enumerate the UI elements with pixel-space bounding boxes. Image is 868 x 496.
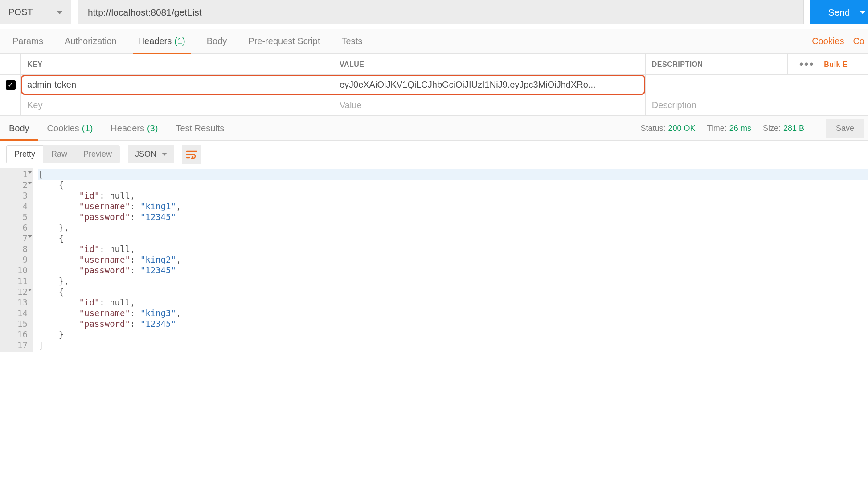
tab-body[interactable]: Body (196, 29, 238, 53)
status-value: 200 OK (668, 124, 695, 133)
time-value: 26 ms (729, 124, 751, 133)
size-label: Size:281 B (763, 124, 804, 133)
view-pretty[interactable]: Pretty (6, 145, 43, 163)
header-description-input[interactable] (646, 75, 868, 95)
header-key-input[interactable]: Key (21, 95, 333, 115)
code-link[interactable]: Co (853, 36, 864, 46)
view-preview[interactable]: Preview (75, 145, 120, 163)
http-method-value: POST (8, 7, 33, 17)
request-tabs: Params Authorization Headers (1) Body Pr… (0, 29, 868, 54)
chevron-down-icon[interactable] (860, 11, 865, 14)
header-row-new: Key Value Description (0, 95, 868, 116)
request-url-input[interactable] (78, 0, 804, 24)
view-raw[interactable]: Raw (43, 145, 75, 163)
wrap-lines-button[interactable] (182, 145, 201, 164)
tab-headers[interactable]: Headers (1) (127, 29, 196, 53)
headers-count-badge: (1) (174, 36, 185, 46)
header-enabled-checkbox[interactable]: ✓ (6, 80, 16, 90)
response-body-viewer[interactable]: 1234567891011121314151617 [ { "id": null… (0, 168, 868, 352)
view-mode-segment: Pretty Raw Preview (6, 145, 120, 163)
headers-col-value: VALUE (333, 54, 645, 75)
tab-response-headers[interactable]: Headers (3) (102, 116, 167, 140)
tab-authorization[interactable]: Authorization (54, 29, 127, 53)
headers-col-key: KEY (21, 54, 333, 75)
more-icon[interactable]: ••• (799, 57, 814, 71)
cookies-link[interactable]: Cookies (812, 36, 844, 46)
response-headers-count-badge: (3) (147, 123, 158, 134)
wrap-icon (186, 150, 197, 159)
response-view-controls: Pretty Raw Preview JSON (0, 141, 868, 168)
headers-table: KEY VALUE DESCRIPTION ••• Bulk E ✓ admin… (0, 54, 868, 116)
line-number-gutter: 1234567891011121314151617 (0, 168, 33, 352)
tab-params[interactable]: Params (2, 29, 54, 53)
format-select[interactable]: JSON (128, 145, 174, 163)
cookies-count-badge: (1) (82, 123, 93, 134)
headers-col-description: DESCRIPTION (645, 54, 787, 75)
tab-response-body[interactable]: Body (0, 116, 38, 140)
send-button[interactable]: Send (810, 0, 868, 24)
time-label: Time:26 ms (707, 124, 751, 133)
tab-prerequest-script[interactable]: Pre-request Script (237, 29, 331, 53)
save-response-button[interactable]: Save (826, 119, 864, 138)
header-key-input[interactable]: admin-token (21, 75, 333, 95)
header-row: ✓ admin-token eyJ0eXAiOiJKV1QiLCJhbGciOi… (0, 75, 868, 95)
status-label: Status:200 OK (640, 124, 695, 133)
tab-test-results[interactable]: Test Results (167, 116, 233, 140)
tab-response-cookies[interactable]: Cookies (1) (38, 116, 102, 140)
response-body-code: [ { "id": null, "username": "king1", "pa… (33, 168, 868, 352)
response-tabs: Body Cookies (1) Headers (3) Test Result… (0, 116, 868, 141)
chevron-down-icon (162, 153, 167, 156)
chevron-down-icon (57, 11, 63, 14)
header-description-input[interactable]: Description (646, 95, 868, 115)
tab-tests[interactable]: Tests (331, 29, 373, 53)
size-value: 281 B (783, 124, 804, 133)
http-method-select[interactable]: POST (0, 0, 71, 24)
header-value-input[interactable]: eyJ0eXAiOiJKV1QiLCJhbGciOiJIUzI1NiJ9.eyJ… (333, 75, 645, 95)
header-value-input[interactable]: Value (333, 95, 645, 115)
bulk-edit-link[interactable]: Bulk E (824, 61, 848, 69)
